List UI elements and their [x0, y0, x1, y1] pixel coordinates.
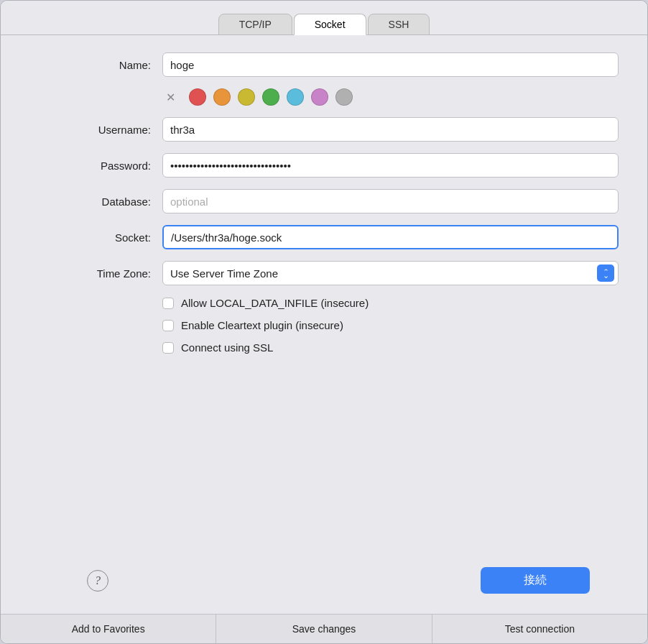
ssl-label[interactable]: Connect using SSL	[181, 341, 273, 354]
add-favorites-button[interactable]: Add to Favorites	[1, 615, 216, 643]
ssl-row: Connect using SSL	[29, 341, 619, 354]
timezone-label: Time Zone:	[29, 267, 162, 280]
color-dot-green[interactable]	[262, 88, 279, 106]
cleartext-row: Enable Cleartext plugin (insecure)	[29, 319, 619, 331]
form-content: Name: ✕ Username: Password: Database:	[1, 34, 647, 614]
database-label: Database:	[29, 196, 162, 208]
username-row: Username:	[29, 117, 619, 142]
cleartext-label[interactable]: Enable Cleartext plugin (insecure)	[181, 319, 343, 331]
color-clear-button[interactable]: ✕	[162, 89, 178, 105]
local-data-row: Allow LOCAL_DATA_INFILE (insecure)	[29, 297, 619, 309]
name-input[interactable]	[162, 52, 619, 77]
tab-bar: TCP/IP Socket SSH	[1, 1, 647, 35]
footer: Add to Favorites Save changes Test conne…	[1, 614, 647, 643]
help-button[interactable]: ?	[87, 570, 108, 592]
tab-tcpip[interactable]: TCP/IP	[218, 14, 292, 35]
password-row: Password:	[29, 153, 619, 178]
local-data-label[interactable]: Allow LOCAL_DATA_INFILE (insecure)	[181, 297, 369, 309]
color-picker-row: ✕	[29, 88, 619, 106]
username-input[interactable]	[162, 117, 619, 142]
local-data-checkbox[interactable]	[162, 298, 174, 309]
username-label: Username:	[29, 124, 162, 136]
timezone-select[interactable]: Use Server Time Zone UTC US/Eastern US/P…	[162, 261, 619, 285]
tab-ssh[interactable]: SSH	[368, 14, 430, 35]
password-input[interactable]	[162, 153, 619, 178]
socket-input[interactable]	[162, 225, 619, 249]
color-dot-yellow[interactable]	[238, 88, 255, 106]
cleartext-checkbox[interactable]	[162, 320, 174, 331]
color-dot-gray[interactable]	[335, 88, 353, 106]
tab-socket[interactable]: Socket	[294, 14, 366, 35]
action-area: ? 接続	[29, 558, 619, 602]
save-changes-button[interactable]: Save changes	[216, 615, 432, 643]
name-label: Name:	[29, 59, 162, 71]
color-dot-orange[interactable]	[213, 88, 231, 106]
color-dot-purple[interactable]	[311, 88, 328, 106]
connect-button[interactable]: 接続	[481, 567, 590, 594]
color-dot-cyan[interactable]	[287, 88, 304, 106]
test-connection-button[interactable]: Test connection	[432, 615, 647, 643]
timezone-select-wrapper: Use Server Time Zone UTC US/Eastern US/P…	[162, 261, 619, 285]
socket-label: Socket:	[29, 231, 162, 244]
timezone-row: Time Zone: Use Server Time Zone UTC US/E…	[29, 261, 619, 285]
database-row: Database:	[29, 189, 619, 213]
password-label: Password:	[29, 160, 162, 172]
name-row: Name:	[29, 52, 619, 77]
color-dot-red[interactable]	[189, 88, 206, 106]
ssl-checkbox[interactable]	[162, 342, 174, 354]
action-row: ? 接続	[58, 567, 590, 594]
socket-row: Socket:	[29, 225, 619, 249]
database-input[interactable]	[162, 189, 619, 213]
